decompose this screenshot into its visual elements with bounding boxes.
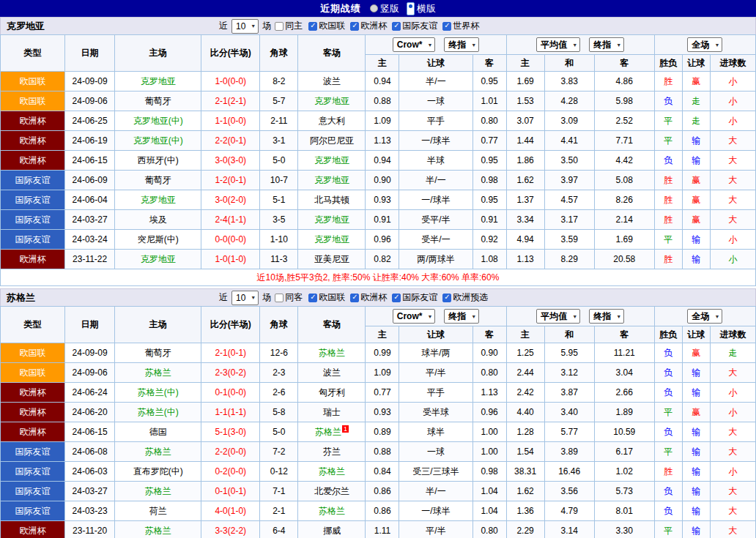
corner-score: 6-4 [260,521,298,538]
corner-score: 2-11 [260,111,298,131]
match-type-badge: 欧国联 [1,343,65,363]
avg-odds-away: 1.02 [594,462,654,482]
corner-score: 3-5 [260,210,298,230]
comp-checkbox[interactable] [442,22,451,31]
select-company[interactable]: Crow*▼ [393,37,436,52]
avg-odds-home: 2.29 [506,521,544,538]
comp-filter[interactable]: 欧洲杯 [350,291,387,304]
radio-icon [407,2,415,15]
select-company[interactable]: Crow*▼ [393,309,436,324]
avg-odds-home: 1.37 [506,190,544,210]
match-date: 24-06-15 [65,422,115,442]
comp-checkbox[interactable] [350,294,359,302]
same-venue-checkbox[interactable] [275,294,284,302]
comp-filter[interactable]: 国际友谊 [392,291,437,304]
handicap-odds-home: 0.90 [366,171,399,190]
select-average[interactable]: 平均值▼ [536,309,580,324]
select-company_stage[interactable]: 终指▼ [444,37,479,52]
away-team: 北马其顿 [298,190,366,210]
col-corner: 角球 [260,35,298,72]
filter-bar: 近 10▼ 场 同主 欧国联欧洲杯国际友谊世界杯 [219,18,479,34]
result-goals: 小 [710,462,755,482]
comp-filter[interactable]: 欧国联 [308,20,345,32]
comp-filter[interactable]: 世界杯 [442,20,479,32]
result-goals: 大 [710,501,755,521]
comp-filter[interactable]: 欧洲杯 [350,20,387,32]
near-count-select[interactable]: 10▼ [231,19,259,34]
match-rows: 欧国联24-09-09葡萄牙2-1(0-1)12-6苏格兰0.99球半/两0.9… [1,343,756,538]
result-wdl: 胜 [654,171,682,190]
result-goals: 大 [710,190,755,210]
match-date: 24-09-06 [65,363,115,383]
select-average_stage[interactable]: 终指▼ [589,309,624,324]
radio-icon [370,4,378,12]
comp-checkbox[interactable] [308,294,317,302]
result-handicap: 赢 [682,72,710,91]
same-venue-checkbox[interactable] [275,22,284,31]
near-count-value: 10 [236,21,245,31]
result-wdl: 平 [654,521,682,538]
corner-score: 7-1 [260,482,298,501]
handicap-odds-home: 0.84 [366,462,399,482]
comp-checkbox[interactable] [392,294,401,302]
avg-odds-draw: 4.57 [544,190,594,210]
same-venue-filter[interactable]: 同客 [275,291,303,304]
comp-filter[interactable]: 国际友谊 [392,20,437,32]
summary-text: 近10场,胜5平3负2, 胜率:50% 让胜率:40% 大率:60% 单率:60… [0,269,756,286]
layout-radio[interactable]: 横版 [407,2,436,15]
home-team: 苏格兰 [115,482,201,501]
chevron-down-icon: ▼ [471,42,476,48]
avg-odds-away: 8.26 [594,190,654,210]
col-avg-draw: 和 [544,326,594,343]
comp-filter[interactable]: 欧国联 [308,291,345,304]
select-average_stage[interactable]: 终指▼ [589,37,624,52]
comp-filter-label: 欧洲杯 [360,20,387,32]
team-sections: 克罗地亚 近 10▼ 场 同主 欧国联欧洲杯国际友谊世界杯 类型 日期 [0,17,756,538]
match-row: 欧国联24-09-06苏格兰2-3(0-2)2-3波兰1.09平/半0.802.… [1,363,756,383]
comp-filter-label: 欧国联 [319,291,345,304]
home-team: 克罗地亚 [115,190,201,210]
chevron-down-icon: ▼ [714,42,719,48]
select-company_stage[interactable]: 终指▼ [444,309,479,324]
near-count-select[interactable]: 10▼ [231,291,259,305]
avg-odds-draw: 3.59 [544,230,594,250]
result-goals: 小 [710,91,755,111]
avg-odds-draw: 3.87 [544,383,594,403]
match-date: 24-03-23 [65,501,115,521]
recent-results-panel: 近期战绩 竖版横版 克罗地亚 近 10▼ 场 同主 欧国联欧洲杯国际友谊世界杯 [0,0,756,538]
result-goals: 走 [710,343,755,363]
avg-odds-home: 2.42 [506,383,544,403]
select-average[interactable]: 平均值▼ [536,37,580,52]
match-date: 24-03-27 [65,482,115,501]
odds-company-group: Crow*▼ 终指▼ [366,35,506,55]
result-handicap: 输 [682,383,710,403]
match-row: 国际友谊24-06-03直布罗陀(中)0-2(0-0)0-12苏格兰0.84受三… [1,462,756,482]
home-team: 西班牙(中) [115,151,201,171]
match-score: 3-0(3-0) [201,151,260,171]
avg-odds-draw: 3.40 [544,403,594,422]
handicap-odds-away: 1.04 [472,482,506,501]
match-score: 2-2(0-1) [201,131,260,151]
comp-checkbox[interactable] [442,294,451,302]
layout-radio-label: 竖版 [380,2,399,15]
same-venue-filter[interactable]: 同主 [275,20,303,32]
match-row: 欧国联24-09-09克罗地亚1-0(0-0)8-2波兰0.94半/一0.951… [1,72,756,91]
select-scope[interactable]: 全场▼ [687,309,722,324]
col-type: 类型 [1,307,65,343]
home-team: 克罗地亚 [115,250,201,269]
comp-checkbox[interactable] [308,22,317,31]
handicap-line: 一球 [399,91,472,111]
handicap-odds-away: 1.00 [472,422,506,442]
select-scope[interactable]: 全场▼ [687,37,722,52]
handicap-odds-away: 0.95 [472,151,506,171]
handicap-odds-home: 1.13 [366,131,399,151]
avg-odds-away: 3.30 [594,521,654,538]
comp-filter[interactable]: 欧洲预选 [442,291,488,304]
comp-checkbox[interactable] [392,22,401,31]
result-wdl: 负 [654,363,682,383]
comp-checkbox[interactable] [350,22,359,31]
match-score: 0-2(0-0) [201,462,260,482]
result-wdl: 负 [654,501,682,521]
comp-filter-label: 欧国联 [319,20,345,32]
layout-radio[interactable]: 竖版 [370,2,399,15]
